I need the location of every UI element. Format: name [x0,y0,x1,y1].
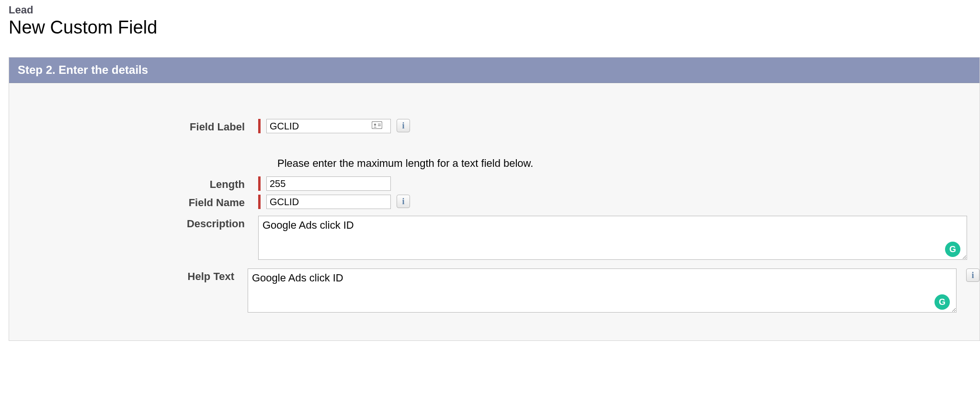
label-help-text: Help Text [9,268,248,283]
info-button-field-label[interactable]: i [397,119,410,132]
info-button-help-text[interactable]: i [966,268,980,282]
page-title: New Custom Field [9,17,980,38]
info-icon: i [402,197,404,206]
field-name-input[interactable] [266,195,391,209]
info-icon: i [971,271,974,280]
row-help-text: Help Text G i [9,268,980,314]
label-length: Length [9,176,258,191]
length-instruction-text: Please enter the maximum length for a te… [9,157,980,170]
description-textarea[interactable] [258,216,967,260]
breadcrumb: Lead [9,4,980,16]
info-button-field-name[interactable]: i [397,195,410,208]
label-description: Description [9,216,258,230]
required-indicator [258,195,261,209]
required-indicator [258,176,261,191]
row-description: Description G [9,216,980,262]
label-field-label: Field Label [9,119,258,133]
label-field-name: Field Name [9,195,258,209]
step-panel: Step 2. Enter the details Field Label [9,57,980,341]
step-header: Step 2. Enter the details [9,58,980,83]
field-label-input[interactable] [266,119,391,133]
form-body: Field Label [9,83,980,340]
help-text-textarea[interactable] [248,268,957,313]
length-input[interactable] [266,176,391,191]
row-field-label: Field Label [9,119,980,133]
row-length: Length [9,176,980,191]
row-field-name: Field Name i [9,195,980,209]
info-icon: i [402,121,404,130]
required-indicator [258,119,261,133]
